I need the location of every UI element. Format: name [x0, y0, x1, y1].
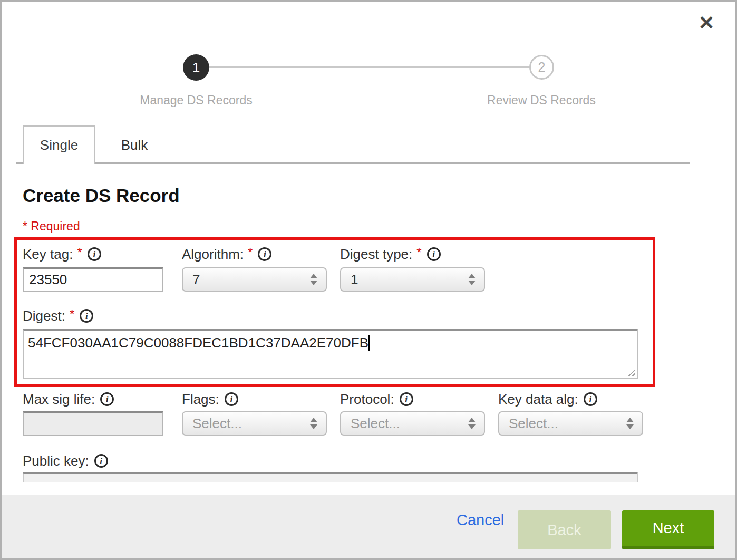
info-glyph: i	[230, 395, 232, 404]
key-data-alg-label: Key data alg: i	[498, 391, 597, 407]
digest-label: Digest: * i	[23, 308, 93, 324]
step-1-label: Manage DS Records	[130, 93, 262, 108]
key-data-alg-label-text: Key data alg:	[498, 391, 578, 408]
protocol-select[interactable]: Select...	[340, 411, 485, 436]
required-asterisk: *	[248, 245, 253, 260]
chevron-down-icon	[468, 424, 476, 429]
chevron-up-icon	[310, 274, 317, 278]
select-arrows	[310, 274, 317, 285]
select-arrows	[626, 418, 634, 429]
info-icon[interactable]: i	[225, 392, 238, 406]
key-tag-label-text: Key tag:	[23, 246, 73, 263]
digest-type-label: Digest type: * i	[340, 246, 441, 262]
algorithm-select[interactable]: 7	[182, 267, 327, 292]
info-glyph: i	[93, 250, 95, 259]
info-glyph: i	[589, 395, 591, 404]
back-button[interactable]: Back	[518, 510, 611, 549]
flags-label: Flags: i	[182, 391, 238, 407]
required-asterisk: *	[70, 307, 74, 322]
info-glyph: i	[405, 395, 408, 404]
protocol-label: Protocol: i	[340, 391, 413, 407]
step-2-indicator: 2	[529, 55, 554, 80]
info-icon[interactable]: i	[100, 392, 114, 406]
flags-label-text: Flags:	[182, 391, 219, 408]
text-cursor	[368, 335, 370, 351]
algorithm-label-text: Algorithm:	[182, 246, 244, 263]
chevron-up-icon	[626, 418, 634, 422]
select-arrows	[468, 418, 476, 429]
public-key-label: Public key: i	[23, 453, 108, 469]
page-title: Create DS Record	[23, 185, 180, 206]
algorithm-select-value: 7	[183, 272, 310, 288]
max-sig-life-input[interactable]	[23, 411, 163, 436]
resize-handle-icon[interactable]	[626, 368, 635, 376]
cancel-button[interactable]: Cancel	[457, 511, 504, 529]
info-icon[interactable]: i	[94, 454, 108, 468]
next-button[interactable]: Next	[622, 510, 714, 549]
step-1-indicator: 1	[183, 54, 209, 81]
chevron-down-icon	[468, 281, 476, 285]
key-data-alg-select[interactable]: Select...	[498, 411, 643, 436]
info-icon[interactable]: i	[258, 247, 271, 261]
flags-select[interactable]: Select...	[182, 411, 327, 436]
stepper-connector-line	[209, 66, 531, 68]
max-sig-life-label: Max sig life: i	[23, 391, 114, 407]
info-glyph: i	[85, 312, 88, 321]
info-glyph: i	[264, 250, 266, 259]
digest-textarea[interactable]: 54FCF030AA1C79C0088FDEC1BD1C37DAA2E70DFB	[23, 329, 638, 379]
digest-type-label-text: Digest type:	[340, 246, 412, 263]
public-key-label-text: Public key:	[23, 453, 89, 469]
select-arrows	[468, 274, 476, 285]
close-icon[interactable]: ✕	[694, 11, 719, 36]
max-sig-life-label-text: Max sig life:	[23, 391, 95, 408]
digest-label-text: Digest:	[23, 308, 65, 324]
modal-footer: Cancel Back Next	[2, 495, 735, 558]
info-icon[interactable]: i	[400, 392, 413, 406]
key-data-alg-select-value: Select...	[499, 416, 626, 432]
public-key-textarea[interactable]	[23, 472, 638, 482]
select-arrows	[310, 418, 317, 429]
step-2-label: Review DS Records	[476, 93, 607, 108]
digest-value: 54FCF030AA1C79C0088FDEC1BD1C37DAA2E70DFB	[28, 335, 368, 351]
tab-single[interactable]: Single	[23, 125, 95, 164]
digest-type-select-value: 1	[341, 272, 468, 288]
required-asterisk: *	[77, 245, 82, 260]
chevron-up-icon	[310, 418, 317, 422]
chevron-down-icon	[310, 424, 317, 429]
chevron-up-icon	[468, 274, 476, 278]
required-note: * Required	[23, 219, 80, 234]
algorithm-label: Algorithm: * i	[182, 246, 271, 262]
info-icon[interactable]: i	[427, 247, 441, 261]
chevron-down-icon	[626, 424, 634, 429]
required-asterisk: *	[416, 245, 421, 260]
protocol-label-text: Protocol:	[340, 391, 394, 408]
info-icon[interactable]: i	[88, 247, 101, 261]
flags-select-value: Select...	[183, 416, 310, 432]
create-ds-record-modal: ✕ 1 2 Manage DS Records Review DS Record…	[0, 0, 737, 560]
chevron-up-icon	[468, 418, 476, 422]
key-tag-input[interactable]	[23, 267, 163, 292]
info-icon[interactable]: i	[584, 392, 597, 406]
chevron-down-icon	[310, 281, 317, 285]
info-icon[interactable]: i	[80, 309, 93, 323]
info-glyph: i	[106, 395, 109, 404]
digest-type-select[interactable]: 1	[340, 267, 485, 292]
protocol-select-value: Select...	[341, 416, 468, 432]
info-glyph: i	[432, 250, 435, 259]
key-tag-label: Key tag: * i	[23, 246, 101, 262]
tab-bulk[interactable]: Bulk	[98, 127, 171, 163]
info-glyph: i	[100, 457, 102, 466]
